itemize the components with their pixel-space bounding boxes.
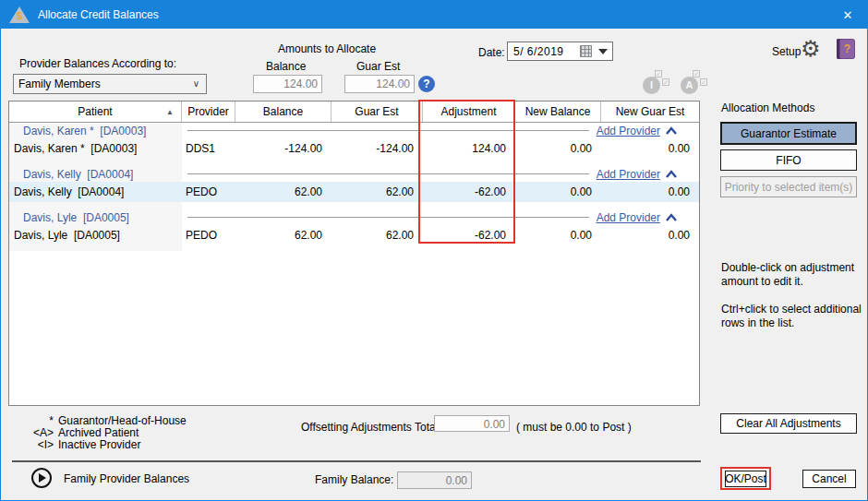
new-guar-est-cell: 0.00: [601, 225, 699, 245]
fifo-button[interactable]: FIFO: [720, 149, 857, 171]
table-row[interactable]: Davis, Karen * [DA0003] DDS1 -124.00 -12…: [9, 138, 699, 159]
patient-group-row: Davis, Karen * [DA0003] Add Provider: [9, 123, 699, 138]
sort-asc-icon: ▲: [166, 108, 174, 116]
window-title: Allocate Credit Balances: [38, 8, 159, 21]
collapse-chevron-icon[interactable]: [666, 213, 677, 222]
balance-label: Balance: [266, 60, 306, 73]
patient-cell: Davis, Karen * [DA0003]: [9, 138, 182, 159]
column-header-balance[interactable]: Balance: [235, 101, 332, 122]
provider-balances-combobox[interactable]: Family Members ∨: [13, 74, 207, 94]
guar-est-cell: -124.00: [332, 138, 423, 159]
provider-balances-label: Provider Balances According to:: [19, 57, 176, 70]
table-row[interactable]: Davis, Kelly [DA0004] PEDO 62.00 62.00 -…: [9, 182, 699, 202]
legend: *Guarantor/Head-of-House <A>Archived Pat…: [18, 415, 187, 451]
new-guar-est-cell: 0.00: [601, 138, 699, 159]
adjustment-cell[interactable]: 124.00: [423, 138, 515, 159]
gear-icon[interactable]: ⚙: [801, 36, 821, 62]
column-header-patient[interactable]: Patient ▲: [9, 101, 182, 122]
patient-group-row: Davis, Kelly [DA0004] Add Provider: [9, 166, 699, 182]
offsetting-total-note: ( must be 0.00 to Post ): [516, 421, 632, 434]
ctrlclick-help-text: Ctrl+click to select additional rows in …: [721, 303, 862, 330]
priority-selected-button: Priority to selected item(s): [720, 176, 857, 197]
adjustment-cell[interactable]: -62.00: [423, 182, 515, 202]
offsetting-total-field: 0.00: [434, 415, 510, 432]
adjustment-cell[interactable]: -62.00: [423, 225, 515, 245]
credit-balances-grid: Patient ▲ Provider Balance Guar Est Adju…: [8, 101, 700, 406]
doubleclick-help-text: Double-click on adjustment amount to edi…: [721, 261, 862, 289]
family-balance-label: Family Balance:: [315, 473, 393, 486]
date-value: 5/ 6/2019: [513, 45, 564, 58]
collapse-chevron-icon[interactable]: [666, 126, 677, 136]
inactive-provider-filter-icon[interactable]: ✓ ✓ I: [643, 70, 670, 94]
patient-group-row: Davis, Lyle [DA0005] Add Provider: [9, 209, 699, 225]
guar-est-cell: 62.00: [332, 182, 423, 202]
guar-est-label: Guar Est: [356, 60, 400, 73]
add-provider-link[interactable]: Add Provider: [597, 125, 660, 137]
legend-inactive: Inactive Provider: [58, 439, 140, 451]
close-icon[interactable]: ✕: [828, 1, 867, 29]
patient-cell: Davis, Lyle [DA0005]: [9, 225, 182, 245]
guar-est-amount-field: 124.00: [344, 75, 415, 93]
column-header-adjustment[interactable]: Adjustment: [423, 101, 515, 122]
archived-patient-filter-icon[interactable]: ✓ ✓ A: [681, 70, 708, 94]
patient-group-name: Davis, Lyle [DA0005]: [9, 209, 182, 225]
guarantor-estimate-button[interactable]: Guarantor Estimate: [720, 122, 857, 145]
date-field[interactable]: 5/ 6/2019: [507, 42, 613, 61]
add-provider-link[interactable]: Add Provider: [597, 168, 660, 181]
new-guar-est-cell: 0.00: [601, 182, 699, 202]
provider-cell: PEDO: [182, 225, 235, 245]
setup-label: Setup: [772, 45, 801, 58]
guar-est-cell: 62.00: [332, 225, 423, 245]
dropdown-arrow-icon[interactable]: [598, 49, 608, 54]
offsetting-total-label: Offsetting Adjustments Total:: [301, 421, 441, 434]
collapse-chevron-icon[interactable]: [666, 170, 677, 179]
help-icon[interactable]: ?: [418, 76, 435, 92]
patient-group-name: Davis, Kelly [DA0004]: [9, 166, 182, 182]
calendar-icon[interactable]: [580, 45, 592, 57]
patient-group-name: Davis, Karen * [DA0003]: [9, 123, 182, 138]
column-header-provider[interactable]: Provider: [182, 101, 235, 122]
allocate-credit-balances-dialog: $ Allocate Credit Balances ✕ Provider Ba…: [0, 0, 868, 501]
new-balance-cell: 0.00: [515, 182, 601, 202]
ok-post-button[interactable]: OK/Post: [725, 471, 766, 487]
provider-cell: DDS1: [182, 138, 235, 159]
play-icon[interactable]: [31, 468, 52, 488]
cancel-button[interactable]: Cancel: [802, 470, 856, 488]
table-row[interactable]: Davis, Lyle [DA0005] PEDO 62.00 62.00 -6…: [9, 225, 699, 245]
column-header-guar-est[interactable]: Guar Est: [332, 101, 423, 122]
divider: [12, 460, 701, 462]
group-spacer: [9, 159, 699, 166]
balance-cell: 62.00: [235, 225, 332, 245]
group-spacer: [9, 202, 699, 209]
chevron-down-icon: ∨: [193, 78, 199, 89]
provider-balances-value: Family Members: [18, 78, 101, 90]
date-label: Date:: [478, 46, 505, 59]
balance-amount-field: 124.00: [253, 75, 322, 93]
balance-cell: 62.00: [235, 182, 332, 202]
clear-all-adjustments-button[interactable]: Clear All Adjustments: [720, 413, 857, 434]
allocation-methods-label: Allocation Methods: [721, 101, 814, 114]
add-provider-link[interactable]: Add Provider: [597, 211, 660, 224]
column-header-new-balance[interactable]: New Balance: [515, 101, 601, 122]
new-balance-cell: 0.00: [515, 225, 601, 245]
family-balance-field: 0.00: [397, 471, 472, 489]
family-provider-balances-label: Family Provider Balances: [64, 472, 189, 485]
amounts-to-allocate-label: Amounts to Allocate: [278, 42, 376, 55]
group-spacer: [9, 245, 699, 253]
new-balance-cell: 0.00: [515, 138, 601, 159]
patient-cell: Davis, Kelly [DA0004]: [9, 182, 182, 202]
balance-cell: -124.00: [235, 138, 332, 159]
dollar-shield-icon: $: [9, 6, 30, 23]
column-header-new-guar-est[interactable]: New Guar Est: [601, 101, 699, 122]
title-bar: $ Allocate Credit Balances ✕: [1, 1, 867, 29]
help-book-icon[interactable]: ?: [837, 39, 855, 59]
provider-cell: PEDO: [182, 182, 235, 202]
grid-header-row: Patient ▲ Provider Balance Guar Est Adju…: [9, 101, 699, 123]
